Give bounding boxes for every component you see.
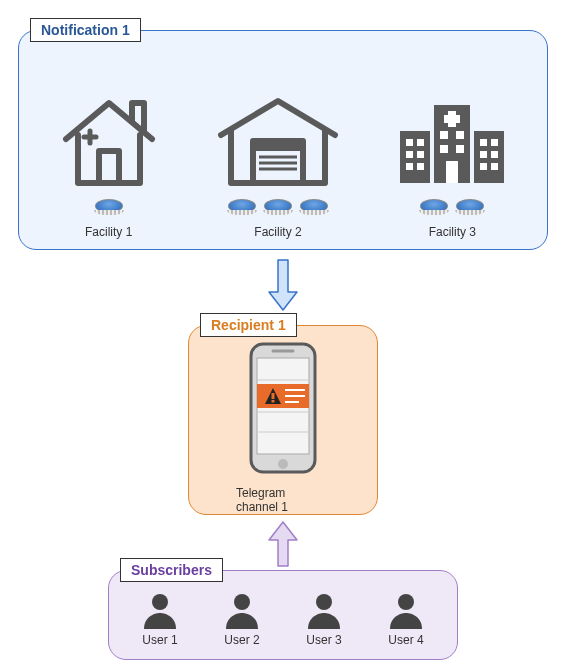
svg-rect-29 — [444, 115, 460, 123]
facility-3-sensors — [420, 199, 484, 213]
user-1: User 1 — [140, 589, 180, 647]
facility-1-label: Facility 1 — [85, 225, 132, 239]
svg-rect-22 — [491, 163, 498, 170]
svg-rect-21 — [480, 163, 487, 170]
sensor-icon — [95, 199, 123, 213]
arrow-up-icon — [265, 520, 301, 570]
channel-label: Telegram channel 1 — [236, 486, 330, 514]
svg-point-46 — [398, 594, 414, 610]
svg-rect-39 — [272, 400, 275, 403]
sensor-icon — [456, 199, 484, 213]
users-row: User 1 User 2 User 3 User 4 — [109, 571, 457, 659]
user-icon — [140, 589, 180, 629]
svg-rect-8 — [400, 131, 430, 183]
svg-rect-17 — [480, 139, 487, 146]
facility-1: Facility 1 — [54, 91, 164, 239]
sensor-icon — [420, 199, 448, 213]
user-2: User 2 — [222, 589, 262, 647]
facility-3: Facility 3 — [392, 91, 512, 239]
svg-rect-25 — [440, 145, 448, 153]
clinic-house-icon — [54, 91, 164, 191]
user-4-label: User 4 — [388, 633, 423, 647]
user-4: User 4 — [386, 589, 426, 647]
recipient-label-tag: Recipient 1 — [200, 313, 297, 337]
svg-rect-20 — [491, 151, 498, 158]
user-icon — [386, 589, 426, 629]
phone-wrap: Telegram channel 1 — [236, 340, 330, 514]
svg-rect-12 — [417, 139, 424, 146]
sensor-icon — [264, 199, 292, 213]
subscribers-label-tag: Subscribers — [120, 558, 223, 582]
svg-rect-24 — [456, 131, 464, 139]
arrow-down-icon — [265, 256, 301, 316]
svg-rect-11 — [406, 139, 413, 146]
svg-rect-13 — [406, 151, 413, 158]
sensor-icon — [300, 199, 328, 213]
facility-2: Facility 2 — [213, 91, 343, 239]
facility-3-label: Facility 3 — [429, 225, 476, 239]
facility-2-label: Facility 2 — [254, 225, 301, 239]
svg-point-45 — [316, 594, 332, 610]
user-3-label: User 3 — [306, 633, 341, 647]
svg-point-44 — [234, 594, 250, 610]
svg-point-43 — [152, 594, 168, 610]
user-icon — [222, 589, 262, 629]
warehouse-icon — [213, 91, 343, 191]
user-icon — [304, 589, 344, 629]
notification-label-tag: Notification 1 — [30, 18, 141, 42]
hospital-icon — [392, 91, 512, 191]
svg-rect-26 — [456, 145, 464, 153]
svg-rect-18 — [491, 139, 498, 146]
svg-rect-38 — [272, 393, 275, 399]
svg-rect-19 — [480, 151, 487, 158]
svg-rect-0 — [99, 151, 119, 183]
facilities-row: Facility 1 — [19, 31, 547, 249]
facility-2-sensors — [228, 199, 328, 213]
svg-rect-14 — [417, 151, 424, 158]
subscribers-group: User 1 User 2 User 3 User 4 — [108, 570, 458, 660]
recipient-group: Telegram channel 1 — [188, 325, 378, 515]
svg-rect-9 — [474, 131, 504, 183]
phone-alert-icon — [243, 340, 323, 480]
svg-point-32 — [278, 459, 288, 469]
notification-group: Facility 1 — [18, 30, 548, 250]
user-1-label: User 1 — [142, 633, 177, 647]
svg-rect-16 — [417, 163, 424, 170]
user-3: User 3 — [304, 589, 344, 647]
svg-rect-27 — [446, 161, 458, 183]
user-2-label: User 2 — [224, 633, 259, 647]
sensor-icon — [228, 199, 256, 213]
svg-rect-4 — [253, 141, 303, 151]
svg-rect-23 — [440, 131, 448, 139]
facility-1-sensors — [95, 199, 123, 213]
svg-rect-15 — [406, 163, 413, 170]
